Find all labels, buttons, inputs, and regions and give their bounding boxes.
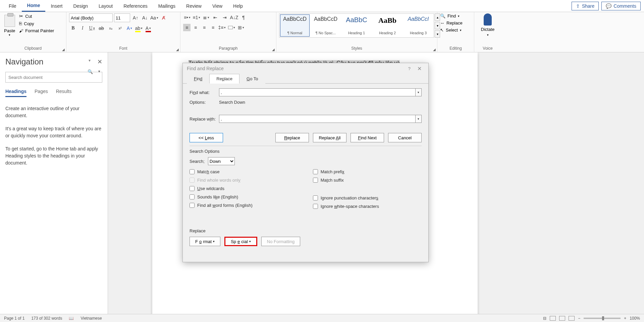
grow-font-button[interactable]: A↑ xyxy=(131,14,140,22)
ignore-ws-checkbox[interactable]: Ignore white-space characters xyxy=(313,204,379,209)
font-launcher[interactable]: ◢ xyxy=(176,48,179,51)
style-heading2[interactable]: AaBbHeading 2 xyxy=(373,14,402,37)
tab-home[interactable]: Home xyxy=(22,0,46,12)
nav-tab-results[interactable]: Results xyxy=(56,89,72,97)
view-read-mode[interactable] xyxy=(550,316,556,321)
view-print-layout[interactable] xyxy=(559,316,565,321)
find-what-dropdown[interactable]: ▾ xyxy=(416,88,422,96)
format-painter-button[interactable]: Format Painter xyxy=(19,28,54,33)
superscript-button[interactable]: x² xyxy=(116,24,124,32)
replace-button[interactable]: ↔Replace xyxy=(440,20,471,26)
paste-button[interactable]: Paste ▾ xyxy=(3,13,16,38)
align-right-button[interactable]: ≡ xyxy=(201,24,208,31)
tab-layout[interactable]: Layout xyxy=(93,1,118,11)
search-icon[interactable]: 🔍 xyxy=(88,69,93,74)
align-center-button[interactable]: ≡ xyxy=(192,24,199,31)
strikethrough-button[interactable]: ab xyxy=(97,24,105,32)
search-direction-select[interactable]: Down xyxy=(208,157,235,165)
status-words[interactable]: 173 of 302 words xyxy=(31,316,62,321)
match-prefix-checkbox[interactable]: Match prefix xyxy=(313,169,379,174)
clear-formatting-button[interactable]: A̸ xyxy=(160,14,168,22)
sounds-like-checkbox[interactable]: Sounds like (English) xyxy=(190,194,253,199)
tab-help[interactable]: Help xyxy=(228,1,248,11)
change-case-button[interactable]: Aa xyxy=(150,14,158,22)
select-button[interactable]: ↖Select▾ xyxy=(440,28,471,33)
underline-button[interactable]: U xyxy=(88,24,96,32)
sort-button[interactable]: A↓Z xyxy=(230,13,238,21)
status-language[interactable]: Vietnamese xyxy=(80,316,102,321)
zoom-level[interactable]: 100% xyxy=(630,316,640,321)
format-button[interactable]: Format ▾ xyxy=(190,237,220,246)
tab-design[interactable]: Design xyxy=(68,1,93,11)
align-left-button[interactable]: ≡ xyxy=(183,24,191,31)
style-normal[interactable]: AaBbCcD¶ Normal xyxy=(280,14,310,37)
multilevel-button[interactable]: ≣ xyxy=(202,13,210,21)
share-button[interactable]: ⇪ Share xyxy=(572,2,599,10)
status-page[interactable]: Page 1 of 1 xyxy=(4,316,24,321)
bullets-button[interactable]: ≡• xyxy=(183,13,191,21)
status-spellcheck[interactable]: 📖 xyxy=(69,316,74,321)
increase-indent-button[interactable]: ⇥ xyxy=(221,13,229,21)
tab-file[interactable]: File xyxy=(3,1,22,11)
font-color-button[interactable]: A xyxy=(144,24,152,32)
align-justify-button[interactable]: ≡ xyxy=(209,24,217,31)
style-no-spacing[interactable]: AaBbCcD¶ No Spac... xyxy=(311,14,340,37)
replace-one-button[interactable]: Replace xyxy=(275,133,309,142)
cut-button[interactable]: Cut xyxy=(19,13,54,19)
view-web-layout[interactable] xyxy=(569,316,575,321)
font-name-select[interactable] xyxy=(69,13,113,22)
nav-close-button[interactable]: ✕ xyxy=(97,58,102,65)
dialog-tab-goto[interactable]: Go To xyxy=(239,74,265,84)
decrease-indent-button[interactable]: ⇤ xyxy=(211,13,219,21)
borders-button[interactable]: ⊞ xyxy=(237,24,245,32)
clipboard-launcher[interactable]: ◢ xyxy=(62,48,65,51)
nav-search-dropdown[interactable]: ▾ xyxy=(98,69,100,74)
bold-button[interactable]: B xyxy=(69,24,77,32)
tab-mailings[interactable]: Mailings xyxy=(153,1,181,11)
dialog-tab-replace[interactable]: Replace xyxy=(209,74,239,84)
style-heading3[interactable]: AaBbCcIHeading 3 xyxy=(404,14,433,37)
line-spacing-button[interactable]: ‡≡ xyxy=(218,24,226,32)
show-marks-button[interactable]: ¶ xyxy=(239,13,248,21)
wildcards-checkbox[interactable]: Use wildcards xyxy=(190,186,253,191)
dictate-button[interactable]: Dictate ▾ xyxy=(481,13,494,37)
display-settings-icon[interactable]: ⊟ xyxy=(543,316,546,321)
paragraph-launcher[interactable]: ◢ xyxy=(272,48,275,51)
dialog-help-button[interactable]: ? xyxy=(404,66,415,71)
dialog-close-button[interactable]: ✕ xyxy=(415,65,424,72)
styles-launcher[interactable]: ◢ xyxy=(433,48,436,51)
tab-review[interactable]: Review xyxy=(181,1,207,11)
tab-references[interactable]: References xyxy=(118,1,153,11)
copy-button[interactable]: Copy xyxy=(19,21,54,26)
zoom-slider[interactable] xyxy=(584,318,621,319)
text-effects-button[interactable]: A xyxy=(125,24,133,32)
numbering-button[interactable]: ≡1 xyxy=(193,13,201,21)
replace-with-input[interactable] xyxy=(219,115,416,123)
font-size-select[interactable] xyxy=(114,13,130,22)
less-button[interactable]: << Less xyxy=(190,133,223,142)
match-case-checkbox[interactable]: Match case xyxy=(190,169,253,174)
nav-tab-pages[interactable]: Pages xyxy=(35,89,48,97)
match-suffix-checkbox[interactable]: Match suffix xyxy=(313,178,379,183)
ignore-punct-checkbox[interactable]: Ignore punctuation characters xyxy=(313,195,379,200)
shading-button[interactable] xyxy=(227,24,235,32)
word-forms-checkbox[interactable]: Find all word forms (English) xyxy=(190,203,253,208)
dialog-tab-find[interactable]: Find xyxy=(187,74,209,84)
replace-all-button[interactable]: Replace All xyxy=(313,133,346,142)
find-what-input[interactable] xyxy=(219,88,416,96)
replace-with-dropdown[interactable]: ▾ xyxy=(416,115,422,123)
find-button[interactable]: 🔍Find▾ xyxy=(440,13,471,18)
style-heading1[interactable]: AaBbCHeading 1 xyxy=(342,14,371,37)
nav-tab-headings[interactable]: Headings xyxy=(5,89,26,97)
zoom-in-button[interactable]: + xyxy=(624,316,626,321)
cancel-button[interactable]: Cancel xyxy=(388,133,422,142)
shrink-font-button[interactable]: A↓ xyxy=(141,14,149,22)
special-button[interactable]: Special ▾ xyxy=(224,237,257,246)
zoom-out-button[interactable]: − xyxy=(578,316,580,321)
tab-view[interactable]: View xyxy=(207,1,228,11)
nav-dropdown[interactable]: ▾ xyxy=(89,58,91,65)
highlight-button[interactable]: ab xyxy=(135,24,143,32)
find-next-button[interactable]: Find Next xyxy=(351,133,384,142)
comments-button[interactable]: 💬 Comments xyxy=(601,2,641,10)
subscript-button[interactable]: x₂ xyxy=(107,24,115,32)
